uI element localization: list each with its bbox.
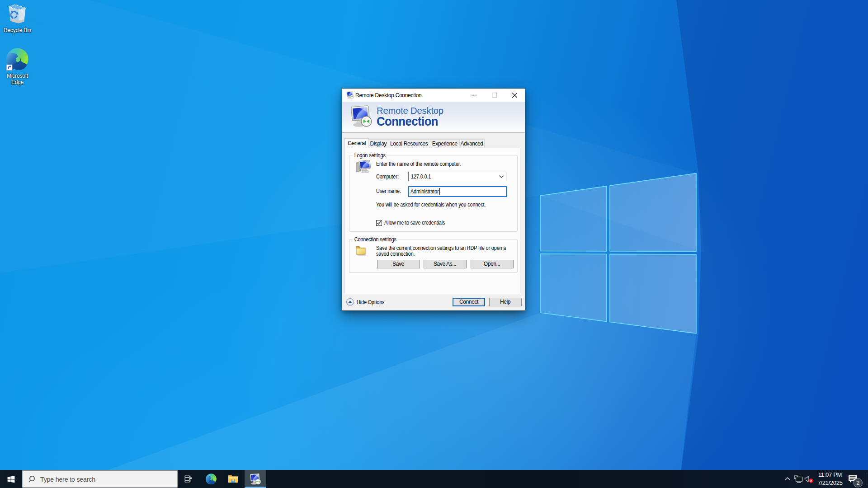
svg-text:2: 2 (856, 479, 859, 486)
